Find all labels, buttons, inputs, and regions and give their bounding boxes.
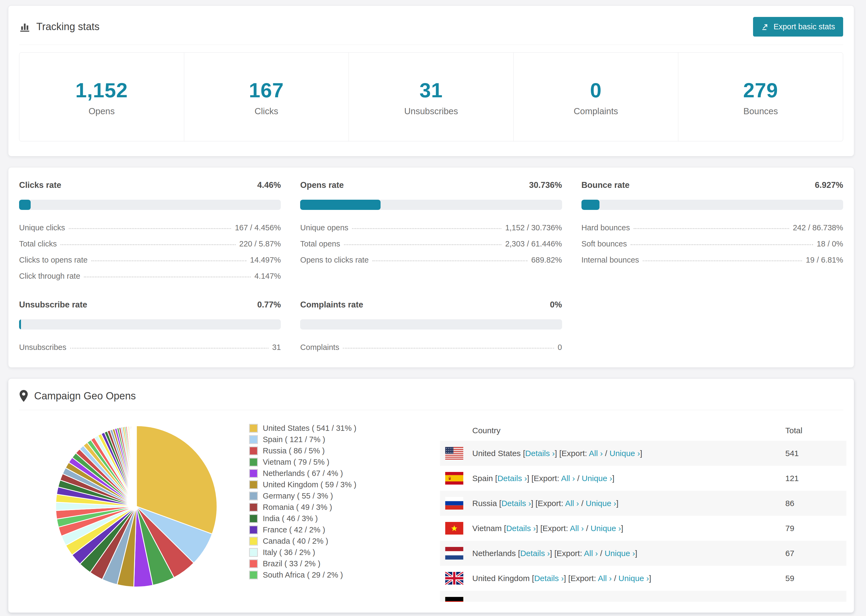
- legend-label: Netherlands ( 67 / 4% ): [263, 469, 343, 478]
- legend-item[interactable]: France ( 42 / 2% ): [249, 524, 431, 535]
- detail-label: Opens to clicks rate: [300, 256, 369, 264]
- detail-label: Total opens: [300, 239, 340, 248]
- legend-label: Romania ( 49 / 3% ): [263, 503, 332, 512]
- rate-progress-fill: [19, 319, 21, 330]
- rate-percent: 30.736%: [529, 180, 562, 190]
- legend-item[interactable]: Italy ( 36 / 2% ): [249, 547, 431, 558]
- stat-label: Unsubscribes: [349, 106, 513, 116]
- legend-item[interactable]: Germany ( 55 / 3% ): [249, 490, 431, 501]
- geo-row-vn: Vietnam [Details ›] [Export: All › / Uni…: [440, 516, 846, 541]
- rate-rows: Hard bounces242 / 86.738%Soft bounces18 …: [581, 223, 843, 264]
- details-link[interactable]: Details ›: [506, 524, 536, 533]
- legend-swatch: [249, 480, 258, 489]
- dotted-leader: [373, 261, 527, 261]
- legend-item[interactable]: Russia ( 86 / 5% ): [249, 445, 431, 456]
- geo-header: Campaign Geo Opens: [8, 379, 854, 410]
- legend-item[interactable]: South Africa ( 29 / 2% ): [249, 569, 431, 580]
- legend-label: Russia ( 86 / 5% ): [263, 446, 324, 455]
- slash: /: [579, 499, 586, 508]
- dotted-leader: [343, 348, 554, 349]
- rate-title: Unsubscribe rate: [19, 300, 87, 310]
- bracket: ] [Export:: [550, 549, 584, 558]
- legend-label: Vietnam ( 79 / 5% ): [263, 458, 329, 467]
- detail-label: Unique clicks: [19, 223, 65, 232]
- slash: /: [575, 474, 582, 483]
- export-all-link[interactable]: All ›: [598, 574, 612, 583]
- rate-percent: 0.77%: [257, 300, 281, 310]
- bracket: ] [Export:: [555, 449, 589, 458]
- rate-progressbar: [300, 200, 562, 210]
- legend-swatch: [249, 424, 258, 433]
- legend-item[interactable]: Netherlands ( 67 / 4% ): [249, 468, 431, 479]
- detail-row: Opens to clicks rate689.82%: [300, 256, 562, 264]
- export-unique-link[interactable]: Unique ›: [586, 499, 616, 508]
- bracket: ]: [649, 574, 651, 583]
- rate-progressbar: [581, 200, 843, 210]
- rate-progressbar: [19, 200, 281, 210]
- stat-complaints: 0Complaints: [514, 53, 679, 141]
- export-all-link[interactable]: All ›: [570, 524, 584, 533]
- details-link[interactable]: Details ›: [501, 499, 531, 508]
- flag-es-icon: [440, 472, 472, 485]
- bracket: ]: [621, 524, 623, 533]
- tracking-stats-title: Tracking stats: [19, 21, 99, 33]
- geo-row-ru: Russia [Details ›] [Export: All › / Uniq…: [440, 491, 846, 516]
- export-all-link[interactable]: All ›: [561, 474, 575, 483]
- rates-grid: Clicks rate4.46%Unique clicks167 / 4.456…: [19, 180, 843, 352]
- legend-label: United States ( 541 / 31% ): [263, 424, 356, 433]
- dotted-leader: [634, 228, 789, 229]
- legend-item[interactable]: India ( 46 / 3% ): [249, 513, 431, 524]
- rates-card: Clicks rate4.46%Unique clicks167 / 4.456…: [8, 167, 854, 368]
- legend-swatch: [249, 548, 258, 557]
- export-all-link[interactable]: All ›: [565, 499, 579, 508]
- detail-value: 220 / 5.87%: [239, 239, 281, 248]
- export-basic-stats-button[interactable]: Export basic stats: [753, 17, 843, 36]
- stat-value: 167: [184, 79, 349, 102]
- rate-panel-unsubscribe-rate: Unsubscribe rate0.77%Unsubscribes31: [19, 300, 281, 352]
- stat-label: Complaints: [514, 106, 678, 116]
- detail-value: 1,152 / 30.736%: [505, 223, 562, 232]
- slash: /: [612, 574, 619, 583]
- details-link[interactable]: Details ›: [534, 574, 564, 583]
- bar-chart-icon: [19, 21, 30, 33]
- detail-value: 18 / 0%: [817, 239, 843, 248]
- export-all-link[interactable]: All ›: [584, 549, 598, 558]
- details-link[interactable]: Details ›: [525, 449, 555, 458]
- detail-label: Click through rate: [19, 272, 80, 281]
- legend-item[interactable]: United States ( 541 / 31% ): [249, 423, 431, 434]
- details-link[interactable]: Details ›: [520, 549, 550, 558]
- geo-title: Campaign Geo Opens: [19, 390, 136, 402]
- bracket: [: [504, 524, 506, 533]
- dotted-leader: [69, 228, 231, 229]
- flag-vn-icon: [440, 522, 472, 534]
- export-button-label: Export basic stats: [773, 22, 835, 31]
- rate-panel-complaints-rate: Complaints rate0%Complaints0: [300, 300, 562, 352]
- export-unique-link[interactable]: Unique ›: [609, 449, 640, 458]
- legend-swatch: [249, 514, 258, 523]
- export-all-link[interactable]: All ›: [589, 449, 603, 458]
- details-link[interactable]: Details ›: [497, 474, 527, 483]
- detail-value: 14.497%: [250, 256, 281, 264]
- legend-item[interactable]: United Kingdom ( 59 / 3% ): [249, 479, 431, 490]
- legend-item[interactable]: Canada ( 40 / 2% ): [249, 535, 431, 547]
- detail-row: Soft bounces18 / 0%: [581, 239, 843, 248]
- stat-label: Clicks: [184, 106, 349, 116]
- export-unique-link[interactable]: Unique ›: [590, 524, 621, 533]
- geo-body: United States ( 541 / 31% )Spain ( 121 /…: [19, 420, 846, 603]
- export-unique-link[interactable]: Unique ›: [582, 474, 612, 483]
- legend-item[interactable]: Spain ( 121 / 7% ): [249, 434, 431, 445]
- stat-value: 31: [349, 79, 513, 102]
- legend-item[interactable]: Romania ( 49 / 3% ): [249, 501, 431, 513]
- legend-swatch: [249, 525, 258, 534]
- legend-label: Spain ( 121 / 7% ): [263, 435, 325, 444]
- stat-bounces: 279Bounces: [678, 53, 843, 141]
- export-unique-link[interactable]: Unique ›: [605, 549, 635, 558]
- export-unique-link[interactable]: Unique ›: [619, 574, 649, 583]
- flag-ru-icon: [440, 497, 472, 509]
- detail-row: Unique clicks167 / 4.456%: [19, 223, 281, 232]
- rate-progress-fill: [19, 200, 31, 210]
- legend-item[interactable]: Brazil ( 33 / 2% ): [249, 558, 431, 569]
- rate-head: Opens rate30.736%: [300, 180, 562, 190]
- legend-item[interactable]: Vietnam ( 79 / 5% ): [249, 456, 431, 468]
- rate-panel-opens-rate: Opens rate30.736%Unique opens1,152 / 30.…: [300, 180, 562, 281]
